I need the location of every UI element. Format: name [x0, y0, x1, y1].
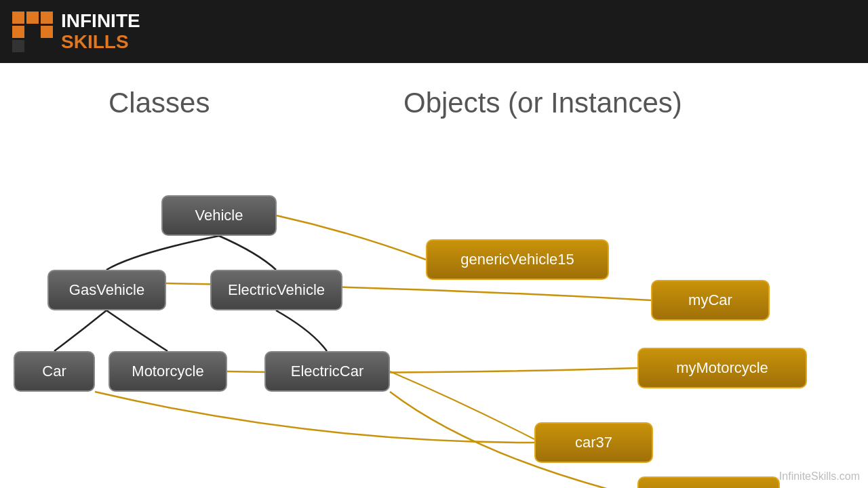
- logo: INFINITE SKILLS: [12, 11, 140, 53]
- logo-cell: [41, 26, 53, 38]
- object-node-carforjim: carForJim: [637, 476, 780, 488]
- object-node-car37: car37: [534, 422, 653, 463]
- logo-cell: [12, 12, 24, 24]
- object-node-genericvehicle15: genericVehicle15: [426, 239, 609, 280]
- logo-cell: [26, 12, 39, 24]
- class-node-car: Car: [14, 351, 95, 392]
- header: INFINITE SKILLS: [0, 0, 868, 63]
- logo-cell: [41, 12, 53, 24]
- object-node-mymotorcycle: myMotorcycle: [637, 348, 807, 388]
- class-node-electriccar: ElectricCar: [264, 351, 390, 392]
- logo-cell: [26, 40, 39, 52]
- class-node-gasvehicle: GasVehicle: [47, 270, 166, 310]
- class-node-electricvehicle: ElectricVehicle: [210, 270, 342, 310]
- main-content: Classes Objects (or Instances) VehicleGa…: [0, 63, 868, 488]
- logo-cell: [12, 26, 24, 38]
- logo-cell: [26, 26, 39, 38]
- objects-heading: Objects (or Instances): [403, 87, 682, 119]
- logo-grid-icon: [12, 12, 53, 52]
- watermark: InfiniteSkills.com: [779, 470, 860, 483]
- logo-cell: [41, 40, 53, 52]
- object-node-mycar: myCar: [651, 280, 770, 321]
- brand-name: INFINITE SKILLS: [61, 11, 140, 53]
- classes-heading: Classes: [108, 87, 210, 119]
- class-node-motorcycle: Motorcycle: [108, 351, 227, 392]
- logo-cell: [12, 40, 24, 52]
- class-node-vehicle: Vehicle: [161, 195, 277, 236]
